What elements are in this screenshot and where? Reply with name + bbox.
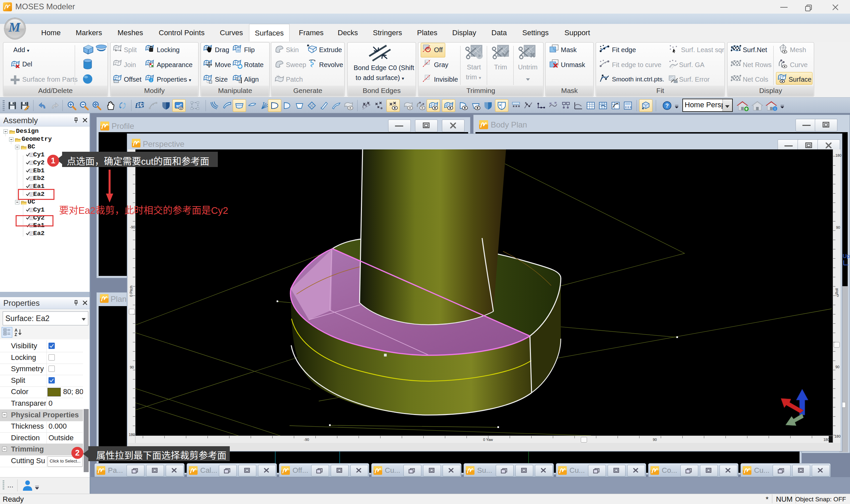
svg-text:i: i (775, 107, 775, 111)
svg-text:i: i (151, 78, 152, 83)
svg-text:A: A (15, 328, 18, 333)
svg-text:Z: Z (15, 332, 17, 337)
svg-text:?: ? (665, 103, 669, 109)
